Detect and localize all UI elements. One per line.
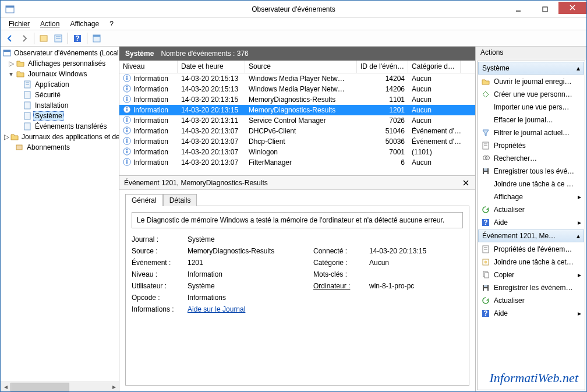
action-item[interactable]: Importer une vue pers… [478, 101, 585, 114]
tab-details[interactable]: Détails [163, 194, 197, 206]
table-row[interactable]: Information14-03-20 20:15:13Windows Medi… [119, 73, 475, 84]
tree-scrollbar[interactable]: ◂ ▸ [1, 382, 119, 391]
action-item[interactable]: ?Aide▸ [478, 307, 585, 320]
action-item[interactable]: Joindre une tâche à ce … [478, 178, 585, 190]
table-row[interactable]: Information14-03-20 20:13:07Winlogon7001… [119, 147, 475, 157]
tab-general[interactable]: Général [125, 194, 163, 206]
svg-rect-44 [126, 140, 128, 142]
svg-point-37 [126, 117, 128, 118]
menu-view[interactable]: Affichage [65, 19, 104, 29]
svg-point-40 [126, 128, 128, 129]
panel-button[interactable] [90, 31, 104, 45]
scroll-right-icon[interactable]: ▸ [109, 382, 119, 392]
tree-security[interactable]: Sécurité [2, 90, 118, 100]
svg-point-46 [126, 149, 128, 150]
tree-root[interactable]: Observateur d'événements (Local) [2, 48, 118, 58]
event-grid: Niveau Date et heure Source ID de l'évén… [119, 61, 475, 176]
action-item[interactable]: Copier▸ [478, 269, 585, 281]
svg-rect-29 [126, 87, 128, 90]
chevron-right-icon: ▸ [578, 271, 581, 279]
grid-body[interactable]: Information14-03-20 20:15:13Windows Medi… [119, 73, 475, 175]
col-level[interactable]: Niveau [119, 61, 178, 73]
field-user-value: Système [188, 282, 310, 290]
action-icon: ? [481, 309, 490, 318]
grid-header: Niveau Date et heure Source ID de l'évén… [119, 61, 475, 73]
col-source[interactable]: Source [245, 61, 357, 73]
action-item[interactable]: Effacer le journal… [478, 114, 585, 126]
svg-point-31 [126, 96, 128, 97]
show-tree-button[interactable] [37, 31, 51, 45]
action-icon [481, 90, 490, 99]
svg-rect-3 [543, 7, 547, 12]
action-item[interactable]: Enregistrer les événem… [478, 281, 585, 294]
scroll-left-icon[interactable]: ◂ [1, 382, 10, 392]
tree[interactable]: Observateur d'événements (Local) ▷ Affic… [1, 47, 119, 382]
svg-rect-38 [126, 119, 128, 121]
tree-application[interactable]: Application [2, 79, 118, 90]
table-row[interactable]: Information14-03-20 20:15:13Windows Medi… [119, 84, 475, 94]
info-icon [123, 95, 131, 105]
svg-rect-69 [485, 273, 489, 278]
scroll-thumb[interactable] [10, 383, 69, 391]
menu-action[interactable]: Action [36, 19, 64, 29]
tree-app-service-logs[interactable]: ▷ Journaux des applications et des servi… [2, 132, 118, 142]
maximize-button[interactable] [532, 2, 558, 17]
action-item[interactable]: Affichage▸ [478, 190, 585, 203]
menu-help[interactable]: ? [105, 19, 118, 29]
actions-section-event[interactable]: Événement 1201, Me… ▴ [478, 229, 584, 242]
table-row[interactable]: Information14-03-20 20:13:07FilterManage… [119, 157, 475, 168]
log-icon [23, 90, 32, 100]
table-row[interactable]: Information14-03-20 20:13:15MemoryDiagno… [119, 105, 475, 115]
svg-rect-71 [484, 288, 487, 291]
col-category[interactable]: Catégorie de l… [408, 61, 461, 73]
field-computer-value: win-8-1-pro-pc [369, 282, 469, 290]
table-row[interactable]: Information14-03-20 20:13:07DHCPv6-Clien… [119, 126, 475, 136]
help-button[interactable]: ? [70, 31, 84, 45]
action-item[interactable]: Filtrer le journal actuel… [478, 126, 585, 139]
field-computer-label: Ordinateur : [313, 282, 366, 290]
svg-point-34 [126, 107, 128, 108]
info-icon [123, 137, 131, 147]
tree-setup[interactable]: Installation [2, 100, 118, 111]
table-row[interactable]: Information14-03-20 20:13:07Dhcp-Client5… [119, 136, 475, 147]
tree-custom-views[interactable]: ▷ Affichages personnalisés [2, 58, 118, 69]
action-item[interactable]: Actualiser [478, 203, 585, 216]
table-row[interactable]: Information14-03-20 20:13:15MemoryDiagno… [119, 94, 475, 105]
svg-rect-32 [126, 98, 128, 100]
action-item[interactable]: Joindre une tâche à cet… [478, 256, 585, 269]
action-item[interactable]: Propriétés [478, 139, 585, 152]
expand-icon[interactable]: ▷ [4, 133, 9, 140]
action-icon [481, 192, 490, 202]
collapse-icon[interactable]: ▾ [8, 70, 15, 77]
close-button[interactable] [558, 2, 586, 14]
tree-windows-logs[interactable]: ▾ Journaux Windows [2, 69, 118, 79]
properties-button[interactable] [51, 31, 65, 45]
actions-section-system[interactable]: Système ▴ [478, 62, 584, 75]
menu-file[interactable]: Fichier [4, 19, 34, 29]
tree-subscriptions[interactable]: Abonnements [2, 142, 118, 153]
action-item[interactable]: Ouvrir le journal enregi… [478, 75, 585, 88]
menubar: Fichier Action Affichage ? [1, 18, 586, 30]
tree-forwarded[interactable]: Événements transférés [2, 121, 118, 132]
action-item[interactable]: Créer une vue personn… [478, 88, 585, 101]
field-keywords-value [369, 270, 469, 278]
col-eventid[interactable]: ID de l'événe… [357, 61, 408, 73]
action-item[interactable]: Enregistrer tous les évé… [478, 165, 585, 178]
field-source-value: MemoryDiagnostics-Results [188, 247, 310, 255]
minimize-button[interactable] [505, 2, 532, 17]
expand-icon[interactable]: ▷ [8, 60, 15, 67]
help-log-link[interactable]: Aide sur le Journal [188, 305, 245, 313]
table-row[interactable]: Information14-03-20 20:13:11Service Cont… [119, 115, 475, 126]
forward-button[interactable] [17, 31, 31, 45]
tree-system[interactable]: Système [2, 111, 118, 121]
action-item[interactable]: ?Aide▸ [478, 216, 585, 229]
subscriptions-icon [15, 143, 24, 152]
col-date[interactable]: Date et heure [178, 61, 245, 73]
action-item[interactable]: Propriétés de l'événem… [478, 243, 585, 256]
center-header: Système Nombre d'événements : 376 [119, 47, 475, 61]
detail-close-button[interactable] [461, 178, 471, 188]
action-item[interactable]: Rechercher… [478, 152, 585, 165]
info-icon [123, 84, 131, 94]
action-item[interactable]: Actualiser [478, 294, 585, 307]
back-button[interactable] [3, 31, 17, 45]
